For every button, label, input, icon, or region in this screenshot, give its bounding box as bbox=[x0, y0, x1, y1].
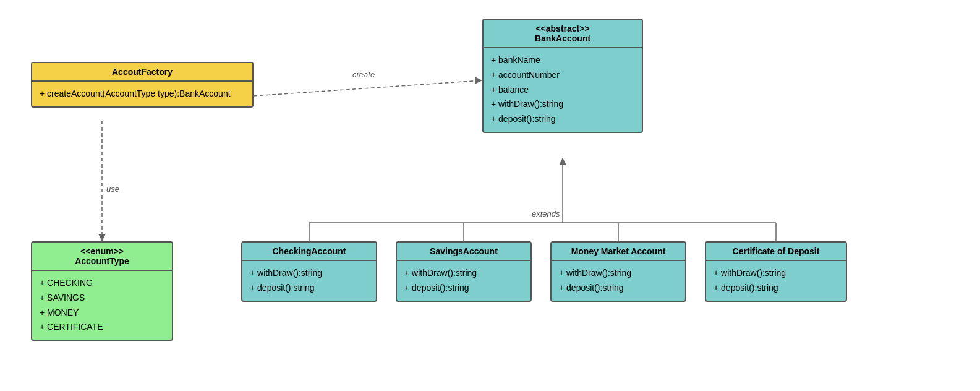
money-method-0: + withDraw():string bbox=[559, 266, 678, 281]
cert-box: Certificate of Deposit + withDraw():stri… bbox=[705, 241, 847, 302]
checking-method-0: + withDraw():string bbox=[250, 266, 369, 281]
bankaccount-attr-0: + bankName bbox=[491, 53, 634, 68]
savings-body: + withDraw():string + deposit():string bbox=[397, 261, 530, 301]
create-label: create bbox=[352, 70, 375, 79]
bankaccount-stereotype: <<abstract>> bbox=[490, 24, 636, 33]
factory-box: AccoutFactory + createAccount(AccountTyp… bbox=[31, 62, 254, 108]
accounttype-body: + CHECKING + SAVINGS + MONEY + CERTIFICA… bbox=[32, 271, 172, 340]
cert-header: Certificate of Deposit bbox=[706, 243, 846, 261]
cert-body: + withDraw():string + deposit():string bbox=[706, 261, 846, 301]
factory-header: AccoutFactory bbox=[32, 63, 252, 82]
accounttype-val-1: + SAVINGS bbox=[40, 291, 164, 306]
bankaccount-attr-1: + accountNumber bbox=[491, 68, 634, 83]
checking-body: + withDraw():string + deposit():string bbox=[242, 261, 376, 301]
factory-name: AccoutFactory bbox=[112, 67, 173, 77]
money-box: Money Market Account + withDraw():string… bbox=[550, 241, 686, 302]
savings-name: SavingsAccount bbox=[430, 246, 498, 256]
accounttype-box: <<enum>> AccountType + CHECKING + SAVING… bbox=[31, 241, 173, 341]
checking-method-1: + deposit():string bbox=[250, 281, 369, 296]
factory-body: + createAccount(AccountType type):BankAc… bbox=[32, 82, 252, 106]
accounttype-stereotype: <<enum>> bbox=[38, 246, 166, 256]
bankaccount-attr-3: + withDraw():string bbox=[491, 97, 634, 112]
money-name: Money Market Account bbox=[571, 246, 666, 256]
svg-line-0 bbox=[254, 80, 482, 96]
accounttype-header: <<enum>> AccountType bbox=[32, 243, 172, 271]
money-body: + withDraw():string + deposit():string bbox=[552, 261, 685, 301]
money-header: Money Market Account bbox=[552, 243, 685, 261]
diagram-container: create use extends AccoutFactory + creat… bbox=[0, 0, 980, 391]
checking-header: CheckingAccount bbox=[242, 243, 376, 261]
accounttype-name: AccountType bbox=[38, 256, 166, 266]
extends-label: extends bbox=[532, 209, 560, 218]
cert-method-0: + withDraw():string bbox=[714, 266, 838, 281]
cert-name: Certificate of Deposit bbox=[733, 246, 820, 256]
savings-method-1: + deposit():string bbox=[404, 281, 523, 296]
use-label: use bbox=[106, 184, 119, 194]
accounttype-val-2: + MONEY bbox=[40, 306, 164, 320]
savings-header: SavingsAccount bbox=[397, 243, 530, 261]
accounttype-val-0: + CHECKING bbox=[40, 276, 164, 291]
bankaccount-attr-2: + balance bbox=[491, 83, 634, 98]
money-method-1: + deposit():string bbox=[559, 281, 678, 296]
savings-box: SavingsAccount + withDraw():string + dep… bbox=[396, 241, 532, 302]
bankaccount-body: + bankName + accountNumber + balance + w… bbox=[484, 48, 642, 132]
bankaccount-header: <<abstract>> BankAccount bbox=[484, 20, 642, 48]
cert-method-1: + deposit():string bbox=[714, 281, 838, 296]
checking-name: CheckingAccount bbox=[272, 246, 346, 256]
bankaccount-box: <<abstract>> BankAccount + bankName + ac… bbox=[482, 19, 643, 133]
accounttype-val-3: + CERTIFICATE bbox=[40, 320, 164, 335]
svg-marker-3 bbox=[98, 234, 106, 241]
bankaccount-name: BankAccount bbox=[490, 33, 636, 43]
checking-box: CheckingAccount + withDraw():string + de… bbox=[241, 241, 377, 302]
savings-method-0: + withDraw():string bbox=[404, 266, 523, 281]
svg-marker-5 bbox=[559, 158, 566, 165]
svg-marker-1 bbox=[475, 77, 482, 84]
factory-method: + createAccount(AccountType type):BankAc… bbox=[40, 88, 231, 98]
bankaccount-attr-4: + deposit():string bbox=[491, 112, 634, 127]
